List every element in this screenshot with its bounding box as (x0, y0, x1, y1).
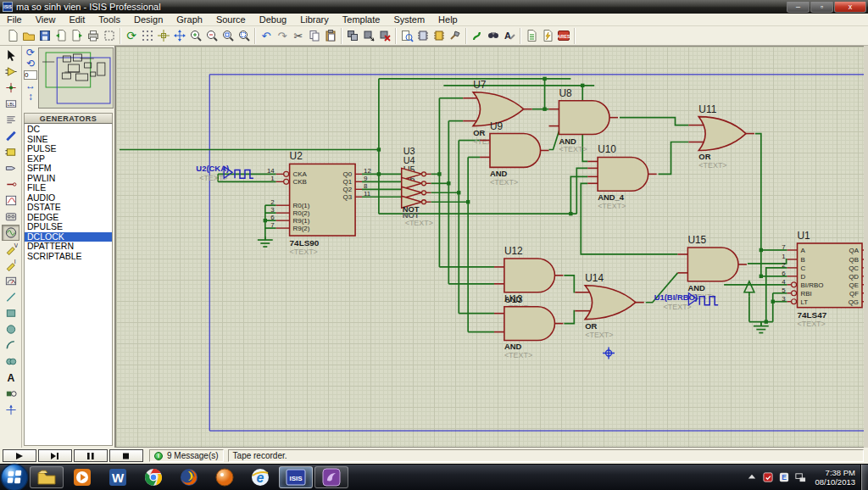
make-device-button[interactable] (415, 28, 431, 44)
tray-e-dictionary[interactable]: E (777, 471, 790, 484)
open-folder-button[interactable] (20, 28, 36, 44)
save-disk-button[interactable] (36, 28, 53, 44)
tray-network[interactable] (793, 471, 806, 484)
current-probe-mode-button[interactable]: I (2, 257, 19, 273)
tray-hidden-icons-arrow[interactable] (745, 471, 758, 484)
component-U1[interactable]: A7B1C2D6BI/RBO4RBI5LT3QAQBQCQDQEQFQGU174… (782, 230, 864, 328)
wire[interactable] (570, 176, 587, 214)
2d-text-mode-button[interactable]: A (2, 370, 19, 386)
generator-item-pulse[interactable]: PULSE (25, 144, 112, 154)
copy-button[interactable] (306, 28, 322, 44)
junction-dot-mode-button[interactable] (2, 80, 19, 96)
netlist-to-ares-button[interactable]: ARES (555, 28, 571, 44)
packaging-tool-button[interactable] (431, 28, 447, 44)
generator-U2(CKA)[interactable]: U2(CKA)<TEXT> (196, 164, 253, 182)
generator-item-scriptable[interactable]: SCRIPTABLE (25, 252, 112, 262)
import-doc-button[interactable] (53, 28, 69, 44)
power-terminal[interactable] (744, 281, 754, 297)
tape-recorder-mode-button[interactable] (2, 209, 19, 225)
wire[interactable] (564, 276, 575, 292)
zoom-all-button[interactable] (220, 28, 236, 44)
close-button[interactable]: x (834, 2, 866, 13)
tray-security-badge[interactable] (761, 471, 774, 484)
step-simulation-button[interactable] (38, 449, 72, 462)
2d-marker-mode-button[interactable] (2, 402, 19, 418)
block-copy-button[interactable] (344, 28, 360, 44)
wire[interactable] (659, 142, 689, 175)
component-U10[interactable]: U10AND_4<TEXT> (587, 143, 656, 210)
menu-debug[interactable]: Debug (253, 14, 293, 25)
wire-autorouter-button[interactable] (469, 28, 485, 44)
pick-device-button[interactable] (398, 28, 415, 44)
maximize-button[interactable]: ▫ (810, 2, 833, 13)
menu-system[interactable]: System (387, 14, 431, 25)
menu-help[interactable]: Help (431, 14, 465, 25)
rotation-angle-input[interactable] (24, 70, 37, 80)
wire[interactable] (564, 311, 575, 324)
stop-simulation-button[interactable] (109, 449, 143, 462)
ground-symbol[interactable] (258, 237, 273, 247)
bill-of-materials-button[interactable] (523, 28, 539, 44)
generator-item-dpattern[interactable]: DPATTERN (25, 242, 112, 252)
menu-tools[interactable]: Tools (92, 14, 127, 25)
text-script-mode-button[interactable] (2, 112, 19, 128)
wire[interactable] (576, 168, 587, 214)
component-U11[interactable]: U11OR<TEXT> (688, 103, 754, 170)
decompose-button[interactable] (447, 28, 463, 44)
virtual-instruments-mode-button[interactable] (2, 273, 19, 289)
mark-area-button[interactable] (101, 28, 117, 44)
print-button[interactable] (85, 28, 101, 44)
export-doc-button[interactable] (69, 28, 85, 44)
property-assignment-button[interactable]: A (501, 28, 517, 44)
generator-item-sffm[interactable]: SFFM (25, 164, 112, 174)
graph-mode-button[interactable] (2, 192, 19, 209)
message-counter[interactable]: i 9 Message(s) (149, 449, 224, 462)
generator-item-dstate[interactable]: DSTATE (25, 203, 112, 213)
menu-graph[interactable]: Graph (170, 14, 209, 25)
generator-mode-button[interactable] (2, 225, 19, 241)
ground-symbol[interactable] (754, 323, 769, 333)
minimize-button[interactable]: – (787, 2, 810, 13)
2d-path-mode-button[interactable] (2, 354, 19, 370)
toggle-grid-button[interactable] (139, 28, 155, 44)
new-doc-button[interactable] (4, 28, 20, 44)
voltage-probe-mode-button[interactable]: V (2, 241, 19, 257)
electrical-check-button[interactable] (539, 28, 555, 44)
menu-edit[interactable]: Edit (62, 14, 92, 25)
menu-template[interactable]: Template (336, 14, 387, 25)
taskbar-app-word[interactable]: W (101, 466, 135, 488)
cut-button[interactable]: ✂ (290, 28, 306, 44)
refresh-button[interactable]: ⟳ (123, 28, 139, 44)
wire-label-mode-button[interactable]: LBL (2, 96, 19, 112)
2d-circle-mode-button[interactable] (2, 321, 19, 337)
terminal-mode-button[interactable] (2, 160, 19, 176)
overview-minimap[interactable] (38, 47, 114, 109)
2d-symbol-mode-button[interactable] (2, 386, 19, 402)
menu-library[interactable]: Library (293, 14, 336, 25)
redo-button[interactable]: ↷ (274, 28, 290, 44)
wire[interactable] (581, 183, 677, 254)
2d-line-mode-button[interactable] (2, 289, 19, 305)
show-desktop-button[interactable] (860, 465, 868, 490)
menu-source[interactable]: Source (209, 14, 253, 25)
zoom-out-button[interactable] (203, 28, 220, 44)
pan-view-button[interactable] (171, 28, 187, 44)
component-U9[interactable]: U9AND<TEXT> (480, 120, 548, 187)
taskbar-app-purple-app[interactable] (314, 466, 348, 488)
schematic-canvas[interactable]: U7OR<TEXT>U9AND<TEXT>U8AND<TEXT>U10AND_4… (115, 46, 864, 448)
component-mode-button[interactable] (2, 64, 19, 80)
paste-button[interactable] (322, 28, 338, 44)
zoom-area-button[interactable] (236, 28, 252, 44)
component-U14[interactable]: U14OR<TEXT> (575, 272, 643, 339)
generator-item-file[interactable]: FILE (25, 183, 112, 193)
play-simulation-button[interactable] (3, 449, 36, 462)
rotate-ccw-button[interactable]: ⟲ (26, 58, 35, 70)
taskbar-app-internet-explorer[interactable]: e (243, 466, 277, 488)
buses-mode-button[interactable] (2, 128, 19, 144)
start-button[interactable] (0, 465, 29, 490)
pause-simulation-button[interactable] (74, 449, 108, 462)
component-U15[interactable]: U15AND<TEXT> (677, 234, 746, 301)
search-tag-button[interactable] (485, 28, 501, 44)
menu-view[interactable]: View (29, 14, 63, 25)
component-not-stack[interactable]: U3U4U5U6NOTNOT<TEXT> (402, 146, 433, 227)
